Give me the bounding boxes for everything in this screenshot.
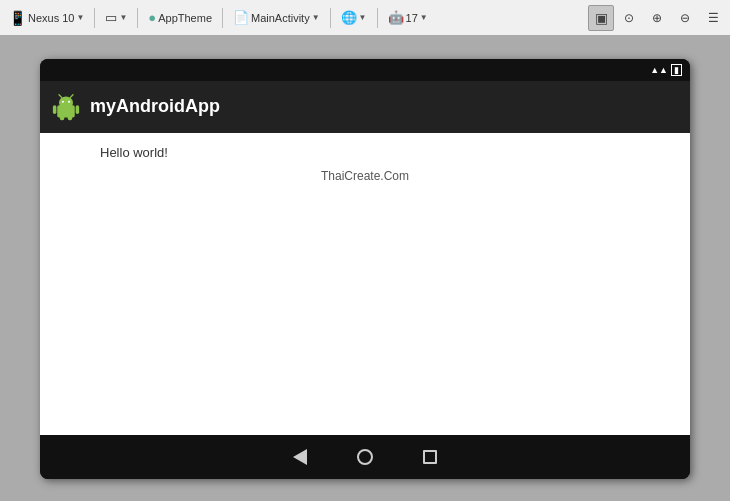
- svg-line-5: [70, 94, 73, 97]
- status-bar: ▲▲ ▮: [40, 59, 690, 81]
- screen-size-button[interactable]: ▭ ▼: [100, 5, 132, 31]
- thaicreate-text: ThaiCreate.Com: [321, 169, 409, 183]
- device-label: Nexus 10: [28, 12, 74, 24]
- zoom-in-icon: ⊕: [652, 11, 662, 25]
- content-area: Hello world! ThaiCreate.Com: [40, 133, 690, 435]
- home-button[interactable]: [357, 449, 373, 465]
- activity-label: MainActivity: [251, 12, 310, 24]
- svg-line-4: [59, 94, 62, 97]
- fit-icon: ☰: [708, 11, 719, 25]
- action-bar: myAndroidApp: [40, 81, 690, 133]
- api-label: 17: [406, 12, 418, 24]
- activity-icon: 📄: [233, 10, 249, 25]
- separator-4: [330, 8, 331, 28]
- activity-button[interactable]: 📄 MainActivity ▼: [228, 5, 325, 31]
- back-button[interactable]: [293, 449, 307, 465]
- screen-size-icon: ▭: [105, 10, 117, 25]
- main-area: ▲▲ ▮: [0, 36, 730, 501]
- fit-button[interactable]: ☰: [700, 5, 726, 31]
- svg-rect-9: [68, 115, 72, 119]
- toolbar-right-group: ▣ ⊙ ⊕ ⊖ ☰: [588, 5, 726, 31]
- locale-button[interactable]: 🌐 ▼: [336, 5, 372, 31]
- theme-label: AppTheme: [158, 12, 212, 24]
- svg-rect-6: [53, 105, 57, 114]
- separator-3: [222, 8, 223, 28]
- zoom-actual-button[interactable]: ⊙: [616, 5, 642, 31]
- svg-rect-7: [76, 105, 80, 114]
- app-title: myAndroidApp: [90, 96, 220, 117]
- separator-2: [137, 8, 138, 28]
- device-selector-button[interactable]: 📱 Nexus 10 ▼: [4, 5, 89, 31]
- api-dropdown-arrow: ▼: [420, 13, 428, 22]
- api-icon: 🤖: [388, 10, 404, 25]
- android-small-icon: 📱: [9, 10, 26, 26]
- theme-button[interactable]: ● AppTheme: [143, 5, 217, 31]
- separator-5: [377, 8, 378, 28]
- zoom-actual-icon: ⊙: [624, 11, 634, 25]
- screen-size-dropdown-arrow: ▼: [119, 13, 127, 22]
- device-frame: ▲▲ ▮: [40, 59, 690, 479]
- toolbar-left-group: 📱 Nexus 10 ▼ ▭ ▼ ● AppTheme 📄 MainActivi…: [4, 5, 433, 31]
- android-logo-icon: [52, 93, 80, 121]
- device-dropdown-arrow: ▼: [76, 13, 84, 22]
- locale-icon: 🌐: [341, 10, 357, 25]
- separator-1: [94, 8, 95, 28]
- hello-world-text: Hello world!: [100, 145, 168, 160]
- navigation-bar: [40, 435, 690, 479]
- svg-point-1: [59, 96, 73, 108]
- normal-view-button[interactable]: ▣: [588, 5, 614, 31]
- svg-point-2: [62, 100, 64, 102]
- main-toolbar: 📱 Nexus 10 ▼ ▭ ▼ ● AppTheme 📄 MainActivi…: [0, 0, 730, 36]
- wifi-icon: ▲▲: [650, 65, 668, 75]
- theme-icon: ●: [148, 10, 156, 25]
- zoom-out-button[interactable]: ⊖: [672, 5, 698, 31]
- recents-button[interactable]: [423, 450, 437, 464]
- svg-rect-8: [60, 115, 64, 119]
- locale-dropdown-arrow: ▼: [359, 13, 367, 22]
- zoom-in-button[interactable]: ⊕: [644, 5, 670, 31]
- zoom-out-icon: ⊖: [680, 11, 690, 25]
- api-button[interactable]: 🤖 17 ▼: [383, 5, 433, 31]
- battery-icon: ▮: [671, 64, 682, 76]
- svg-point-3: [68, 100, 70, 102]
- activity-dropdown-arrow: ▼: [312, 13, 320, 22]
- status-icons: ▲▲ ▮: [650, 64, 682, 76]
- normal-view-icon: ▣: [595, 10, 608, 26]
